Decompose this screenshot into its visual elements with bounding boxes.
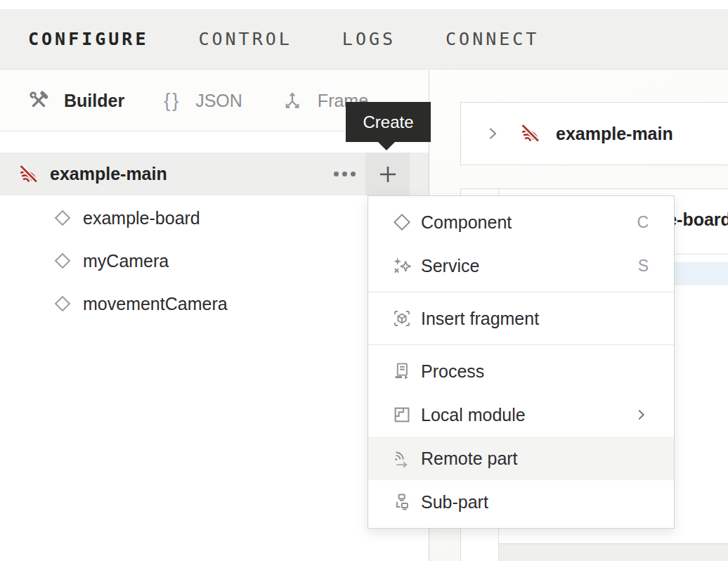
tree-child-label: movementCamera xyxy=(83,294,228,314)
fragment-cube-icon xyxy=(391,308,412,329)
menu-item-label: Component xyxy=(421,212,637,233)
component-icon xyxy=(391,212,412,233)
tools-icon xyxy=(28,90,49,111)
menu-section-advanced: Process Local module xyxy=(368,344,674,528)
tree-root-label: example-main xyxy=(50,153,167,195)
tab-builder[interactable]: Builder xyxy=(28,90,124,111)
tree-row-example-board[interactable]: example-board xyxy=(0,197,429,240)
tree-child-label: myCamera xyxy=(83,251,169,271)
offline-icon xyxy=(519,122,541,145)
menu-item-component[interactable]: Component C xyxy=(368,200,674,244)
tree-row-mycamera[interactable]: myCamera xyxy=(0,240,429,283)
remote-signal-icon xyxy=(391,448,412,469)
frame-axes-icon xyxy=(282,90,303,111)
component-diamond-icon xyxy=(53,294,72,316)
card-footer-strip xyxy=(499,544,728,561)
offline-icon xyxy=(17,163,39,188)
process-icon xyxy=(391,361,412,382)
create-button[interactable] xyxy=(365,153,410,195)
tab-json[interactable]: {} JSON xyxy=(164,90,242,112)
component-diamond-icon xyxy=(53,208,72,231)
braces-icon: {} xyxy=(164,90,181,112)
plus-icon xyxy=(377,164,398,185)
menu-item-sub-part[interactable]: Sub-part xyxy=(368,480,674,524)
module-icon xyxy=(391,404,412,425)
menu-item-label: Service xyxy=(421,256,638,276)
service-sparkles-icon xyxy=(391,255,412,276)
menu-item-label: Insert fragment xyxy=(421,309,649,329)
menu-item-process[interactable]: Process xyxy=(368,349,674,393)
create-menu: Component C Service S xyxy=(368,195,675,529)
menu-item-service[interactable]: Service S xyxy=(368,244,674,288)
menu-item-local-module[interactable]: Local module xyxy=(368,393,674,437)
menu-item-shortcut: C xyxy=(637,213,649,232)
tab-builder-label: Builder xyxy=(64,91,124,111)
main-nav: CONFIGURE CONTROL LOGS CONNECT xyxy=(0,9,728,70)
menu-item-insert-fragment[interactable]: Insert fragment xyxy=(368,297,674,340)
create-tooltip-arrow xyxy=(378,142,395,150)
menu-item-label: Process xyxy=(421,361,649,382)
chevron-right-icon[interactable] xyxy=(484,125,501,142)
tab-control[interactable]: CONTROL xyxy=(198,29,292,49)
create-tooltip: Create xyxy=(346,102,431,142)
menu-item-label: Remote part xyxy=(421,449,649,469)
tree-row-movementcamera[interactable]: movementCamera xyxy=(0,283,429,325)
menu-item-label: Sub-part xyxy=(421,492,649,512)
menu-item-shortcut: S xyxy=(638,257,649,276)
menu-section-fragment: Insert fragment xyxy=(368,292,674,344)
submenu-chevron-icon xyxy=(633,407,649,423)
menu-section-resources: Component C Service S xyxy=(368,196,674,292)
card-title: example-main xyxy=(556,124,673,144)
component-diamond-icon xyxy=(53,251,72,273)
tab-logs[interactable]: LOGS xyxy=(342,29,396,49)
more-options-button[interactable] xyxy=(325,153,364,195)
tree-child-label: example-board xyxy=(83,208,200,228)
subpart-icon xyxy=(391,491,412,512)
tab-configure[interactable]: CONFIGURE xyxy=(28,29,148,49)
tree-row-example-main[interactable]: example-main xyxy=(0,153,429,195)
tab-connect[interactable]: CONNECT xyxy=(446,29,539,49)
menu-item-remote-part[interactable]: Remote part xyxy=(368,437,674,480)
menu-item-label: Local module xyxy=(421,405,633,425)
app-window: CONFIGURE CONTROL LOGS CONNECT Builder {… xyxy=(0,0,728,561)
more-icon xyxy=(334,172,339,176)
card-example-main[interactable]: example-main xyxy=(460,102,728,165)
tab-json-label: JSON xyxy=(195,91,242,111)
